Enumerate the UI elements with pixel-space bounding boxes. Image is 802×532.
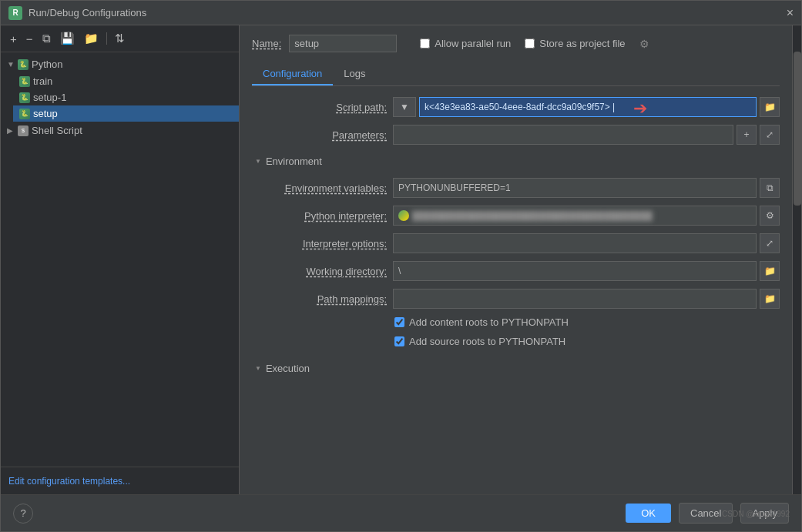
tree-item-setup-label: setup <box>33 108 58 119</box>
parameters-field-container: + ⤢ <box>393 125 780 145</box>
setup-icon: 🐍 <box>19 109 30 119</box>
add-content-roots-row: Add content roots to PYTHONPATH <box>252 316 780 328</box>
apply-button[interactable]: Apply <box>740 503 789 524</box>
add-config-button[interactable]: + <box>7 31 20 47</box>
working-directory-browse-button[interactable]: 📁 <box>760 261 780 281</box>
script-path-browse-button[interactable]: 📁 <box>760 97 780 117</box>
app-icon: R <box>8 6 22 20</box>
python-interpreter-value: ████████████████████████████████████████ <box>412 211 653 220</box>
environment-section-header[interactable]: ▼ Environment <box>255 152 780 170</box>
execution-expand-icon: ▼ <box>255 365 261 372</box>
execution-section-header[interactable]: ▼ Execution <box>255 360 780 377</box>
remove-config-button[interactable]: − <box>23 31 36 47</box>
env-variables-copy-icon: ⧉ <box>767 182 773 193</box>
tab-configuration[interactable]: Configuration <box>252 63 333 85</box>
close-button[interactable]: × <box>787 7 794 19</box>
add-source-roots-checkbox[interactable] <box>394 336 404 346</box>
working-directory-browse-icon: 📁 <box>764 266 776 276</box>
path-mappings-browse-icon: 📁 <box>764 293 776 304</box>
expand-shell-icon: ▶ <box>7 126 15 135</box>
parameters-add-button[interactable]: + <box>737 125 757 145</box>
sort-config-button[interactable]: ⇅ <box>112 30 128 47</box>
parameters-expand-button[interactable]: ⤢ <box>760 125 780 145</box>
configuration-form: Script path: ▼ ➔ 📁 Pa <box>252 97 780 377</box>
shell-group-icon: $ <box>18 125 29 136</box>
add-content-roots-checkbox[interactable] <box>394 317 404 327</box>
sidebar: + − ⧉ 💾 📁 ⇅ ▼ 🐍 Python <box>1 25 240 494</box>
name-row: Name: Allow parallel run Store as projec… <box>252 35 780 52</box>
store-as-project-file-label[interactable]: Store as project file <box>525 38 625 49</box>
title-bar: R Run/Debug Configurations × <box>1 1 801 25</box>
add-source-roots-label: Add source roots to PYTHONPATH <box>409 336 565 347</box>
gear-icon[interactable]: ⚙ <box>639 38 649 50</box>
env-variables-label: Environment variables: <box>252 182 387 194</box>
tree-parent-python[interactable]: ▼ 🐍 Python <box>1 55 239 73</box>
python-interpreter-settings-button[interactable]: ⚙ <box>760 206 780 226</box>
execution-label: Execution <box>266 363 310 374</box>
tree-parent-shell[interactable]: ▶ $ Shell Script <box>1 122 239 139</box>
footer: ? OK Cancel Apply <box>1 494 801 531</box>
folder-browse-icon: 📁 <box>764 102 776 112</box>
name-label: Name: <box>252 38 281 49</box>
working-directory-input[interactable] <box>393 261 757 281</box>
working-directory-field-container: 📁 <box>393 261 780 281</box>
interpreter-options-expand-icon: ⤢ <box>766 238 773 249</box>
dropdown-arrow-icon: ▼ <box>400 102 409 112</box>
parameters-input[interactable] <box>393 125 733 145</box>
path-mappings-field-container: 📁 <box>393 289 780 309</box>
path-mappings-browse-button[interactable]: 📁 <box>760 289 780 309</box>
add-content-roots-label: Add content roots to PYTHONPATH <box>409 316 569 328</box>
environment-label: Environment <box>266 156 322 167</box>
path-mappings-input[interactable] <box>393 289 757 309</box>
store-as-project-file-text: Store as project file <box>539 38 625 49</box>
allow-parallel-run-label[interactable]: Allow parallel run <box>420 38 511 49</box>
parameters-label: Parameters: <box>252 129 387 141</box>
script-path-input[interactable] <box>419 97 757 117</box>
tree-item-setup-1[interactable]: 🐍 setup-1 <box>13 89 239 105</box>
footer-right: OK Cancel Apply <box>626 503 789 524</box>
sidebar-toolbar: + − ⧉ 💾 📁 ⇅ <box>1 25 239 52</box>
interpreter-options-label: Interpreter options: <box>252 238 387 249</box>
name-input[interactable] <box>289 35 397 52</box>
tab-logs[interactable]: Logs <box>333 63 376 85</box>
tree-item-train[interactable]: 🐍 train <box>13 73 239 89</box>
scrollbar-thumb[interactable] <box>794 52 801 206</box>
python-interpreter-select[interactable]: ████████████████████████████████████████ <box>393 206 757 226</box>
scrollbar[interactable] <box>792 25 801 494</box>
tree-group-shell: ▶ $ Shell Script <box>1 122 239 139</box>
toolbar-separator <box>106 32 107 45</box>
sidebar-bottom: Edit configuration templates... <box>1 467 239 494</box>
path-mappings-label: Path mappings: <box>252 293 387 305</box>
env-variables-input[interactable] <box>393 178 757 198</box>
parameters-expand-icon: ⤢ <box>766 129 773 140</box>
allow-parallel-run-text: Allow parallel run <box>435 38 511 49</box>
interpreter-options-input[interactable] <box>393 233 757 253</box>
python-interpreter-icon <box>398 210 409 221</box>
edit-templates-link[interactable]: Edit configuration templates... <box>8 476 130 487</box>
cancel-button[interactable]: Cancel <box>679 503 733 524</box>
sidebar-tree: ▼ 🐍 Python 🐍 train 🐍 setup-1 <box>1 52 239 467</box>
script-path-dropdown[interactable]: ▼ <box>393 97 416 117</box>
env-variables-copy-button[interactable]: ⧉ <box>760 178 780 198</box>
folder-config-button[interactable]: 📁 <box>81 30 102 47</box>
path-mappings-row: Path mappings: 📁 <box>252 289 780 309</box>
working-directory-label: Working directory: <box>252 266 387 277</box>
ok-button[interactable]: OK <box>626 504 671 523</box>
store-as-project-file-checkbox[interactable] <box>525 38 535 49</box>
expand-python-icon: ▼ <box>7 60 15 69</box>
setup1-icon: 🐍 <box>19 92 30 103</box>
tree-item-setup[interactable]: 🐍 setup <box>13 105 239 122</box>
copy-config-button[interactable]: ⧉ <box>39 30 54 47</box>
parameters-add-icon: + <box>743 129 749 140</box>
interpreter-options-expand-button[interactable]: ⤢ <box>760 233 780 253</box>
tree-item-train-label: train <box>33 75 52 87</box>
python-interpreter-settings-icon: ⚙ <box>766 210 774 221</box>
env-variables-field-container: ⧉ <box>393 178 780 198</box>
allow-parallel-run-checkbox[interactable] <box>420 38 430 49</box>
tree-children-python: 🐍 train 🐍 setup-1 🐍 setup <box>1 73 239 122</box>
help-button[interactable]: ? <box>13 504 33 524</box>
footer-left: ? <box>13 504 33 524</box>
env-variables-row: Environment variables: ⧉ <box>252 178 780 198</box>
save-config-button[interactable]: 💾 <box>57 30 78 47</box>
script-path-row: Script path: ▼ ➔ 📁 <box>252 97 780 117</box>
